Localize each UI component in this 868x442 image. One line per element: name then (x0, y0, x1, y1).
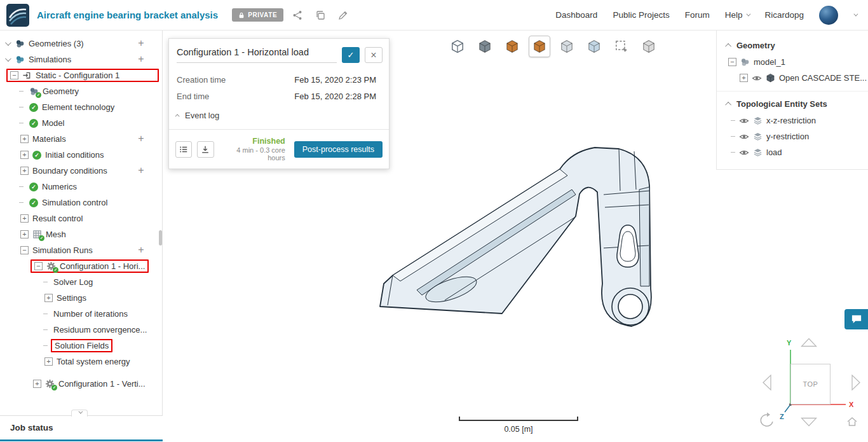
expand-icon[interactable]: + (20, 167, 29, 175)
collapse-icon[interactable]: − (728, 58, 736, 66)
cancel-rename-button[interactable]: × (365, 47, 383, 63)
topological-entity-tree: x-z-restrictiony-restrictionload (717, 113, 868, 160)
private-badge[interactable]: PRIVATE (232, 8, 283, 22)
run-duration: 4 min - 0.3 core hours (219, 146, 285, 162)
sidebar-item-label: Simulation control (42, 198, 107, 207)
collapse-icon[interactable]: − (34, 262, 43, 270)
share-button[interactable] (288, 6, 306, 24)
sidebar-item-label: Geometry (43, 86, 79, 96)
collapse-icon[interactable]: − (10, 71, 18, 79)
logo-swirl-icon (6, 4, 29, 27)
chat-support-button[interactable] (844, 309, 868, 329)
expand-icon[interactable]: + (20, 135, 29, 143)
pan-up-button[interactable] (801, 338, 817, 347)
expand-icon[interactable]: + (44, 294, 53, 302)
edit-title-button[interactable] (334, 6, 352, 24)
event-log-toggle[interactable]: Event log (169, 108, 389, 129)
add-button[interactable]: + (135, 245, 147, 256)
visibility-toggle-icon[interactable] (739, 116, 749, 126)
sidebar-item-number-of-iterations[interactable]: Number of iterations (0, 306, 162, 322)
expand-icon[interactable]: + (20, 230, 29, 238)
sidebar-item-geometries[interactable]: Geometries (3)+ (0, 36, 162, 52)
sidebar-item-initial-conditions[interactable]: +✓Initial conditions (0, 147, 162, 163)
expand-icon[interactable]: + (740, 74, 748, 82)
sidebar-item-configuration-1-vertical[interactable]: +✓Configuration 1 - Verti... (0, 376, 162, 392)
wireframe-view-button[interactable] (556, 36, 578, 57)
sidebar-item-geometry[interactable]: ✓Geometry (0, 83, 162, 99)
sidebar-item-label: Geometries (3) (29, 39, 84, 48)
sidebar-item-mesh[interactable]: +✓Mesh (0, 226, 162, 242)
run-log-list-button[interactable] (175, 141, 192, 158)
nav-dashboard[interactable]: Dashboard (555, 10, 597, 20)
download-results-button[interactable] (197, 141, 214, 158)
nav-help[interactable]: Help (725, 10, 750, 20)
pan-right-button[interactable] (851, 375, 861, 391)
pan-left-button[interactable] (763, 375, 772, 391)
run-name-input[interactable]: Configuration 1 - Horizontal load (177, 47, 337, 63)
sidebar-item-model[interactable]: ✓Model (0, 115, 162, 131)
box-selection-button[interactable] (611, 36, 632, 57)
nav-username[interactable]: Ricardopg (764, 10, 804, 20)
sidebar-item-simulation-runs[interactable]: −Simulation Runs+ (0, 242, 162, 258)
sidebar-item-configuration-1-horizontal[interactable]: −✓Configuration 1 - Hori... (0, 258, 162, 274)
visibility-toggle-icon[interactable] (739, 148, 749, 158)
home-view-button[interactable] (846, 417, 858, 427)
sidebar-item-element-technology[interactable]: ✓Element technology (0, 99, 162, 115)
scene-item-open-cascade-step[interactable]: +Open CASCADE STE... (717, 70, 868, 86)
topological-entity-sets-header[interactable]: Topological Entity Sets (717, 95, 868, 113)
sidebar-item-materials[interactable]: +Materials+ (0, 131, 162, 147)
bracket-3d-model[interactable] (356, 134, 699, 337)
expand-icon[interactable]: + (33, 380, 41, 388)
sidebar-item-numerics[interactable]: ✓Numerics (0, 179, 162, 195)
sidebar-item-solution-fields[interactable]: Solution Fields (0, 338, 162, 354)
mesh-surface-view-button[interactable] (529, 36, 550, 57)
sidebar-item-simulations[interactable]: Simulations+ (0, 52, 162, 67)
sidebar-scrollbar[interactable] (159, 230, 162, 245)
mesh-view-button[interactable] (501, 36, 523, 57)
rotate-view-button[interactable] (759, 412, 775, 427)
confirm-rename-button[interactable]: ✓ (342, 47, 360, 63)
nav-forum[interactable]: Forum (685, 10, 710, 20)
add-button[interactable]: + (135, 38, 147, 50)
nav-public-projects[interactable]: Public Projects (613, 10, 669, 20)
expand-icon[interactable]: + (20, 151, 29, 159)
add-button[interactable]: + (135, 165, 147, 177)
entity-set-item-y-restriction[interactable]: y-restriction (717, 128, 868, 144)
sidebar-item-boundary-conditions[interactable]: +Boundary conditions+ (0, 163, 162, 179)
hide-selection-button[interactable] (638, 36, 660, 57)
transparent-view-button[interactable] (583, 36, 605, 57)
app-logo[interactable] (6, 4, 29, 27)
entity-set-item-x-z-restriction[interactable]: x-z-restriction (717, 113, 868, 128)
visibility-toggle-icon[interactable] (739, 132, 749, 142)
add-button[interactable]: + (135, 134, 147, 145)
expand-icon[interactable]: + (20, 214, 29, 223)
user-menu-caret-icon[interactable] (853, 12, 858, 17)
pan-down-button[interactable] (801, 417, 817, 427)
add-button[interactable]: + (135, 54, 147, 66)
collapse-icon[interactable]: − (20, 246, 29, 254)
solid-view-button[interactable] (474, 36, 496, 57)
expand-icon[interactable]: + (44, 357, 53, 366)
view-top-button[interactable]: TOP (790, 364, 831, 404)
fit-view-button[interactable] (447, 36, 468, 57)
visibility-toggle-icon[interactable] (752, 73, 762, 83)
sidebar-item-settings[interactable]: +Settings (0, 290, 162, 306)
tree-connector (19, 123, 24, 123)
sidebar-item-solver-log[interactable]: Solver Log (0, 274, 162, 290)
job-status-section[interactable]: Job status (0, 415, 163, 442)
sidebar-item-simulation-control[interactable]: ✓Simulation control (0, 195, 162, 211)
sidebar-item-total-system-energy[interactable]: +Total system energy (0, 354, 162, 369)
chevron-down-icon[interactable] (5, 55, 11, 62)
geometry-section-header[interactable]: Geometry (717, 37, 868, 54)
user-avatar[interactable] (819, 6, 838, 25)
sidebar-item-label: Materials (32, 134, 66, 144)
post-process-results-button[interactable]: Post-process results (294, 141, 383, 158)
sidebar-item-residuum-convergence[interactable]: Residuum convergence... (0, 322, 162, 338)
scene-item-model-1[interactable]: −model_1 (717, 54, 868, 70)
copy-project-button[interactable] (311, 6, 329, 24)
sidebar-item-result-control[interactable]: +Result control (0, 211, 162, 226)
sidebar-collapse-handle[interactable] (71, 410, 88, 417)
chevron-down-icon[interactable] (5, 39, 11, 46)
sidebar-item-static-configuration-1[interactable]: −Static - Configuration 1 (0, 67, 162, 83)
entity-set-item-load[interactable]: load (717, 144, 868, 160)
